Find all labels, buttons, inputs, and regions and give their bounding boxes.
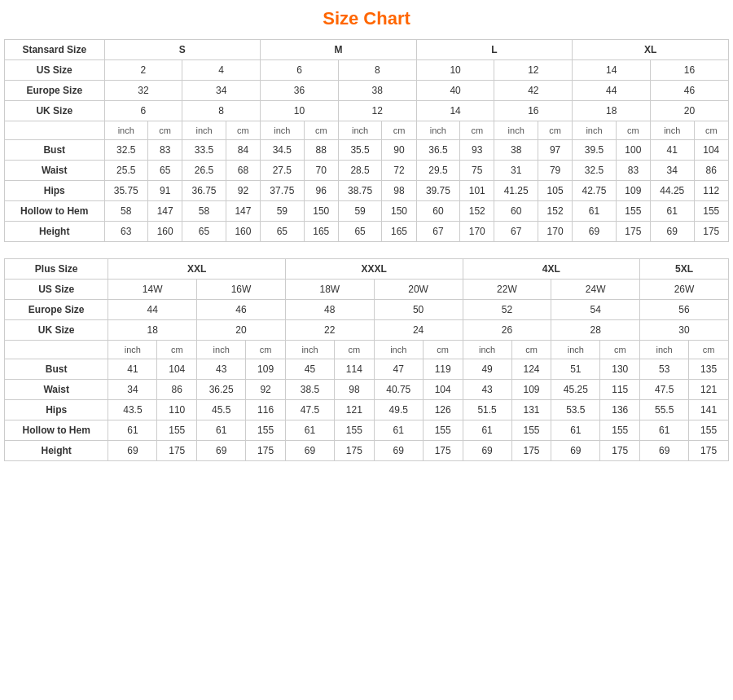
us-16: 16: [651, 60, 729, 81]
us-size-label: US Size: [5, 60, 105, 81]
bust-m1: 34.5: [261, 140, 304, 161]
plus-hollow-row: Hollow to Hem 61155 61155 61155 61155 61…: [5, 420, 729, 441]
size-l-header: L: [416, 40, 573, 60]
eu-44: 44: [573, 81, 651, 101]
hips-label: Hips: [5, 181, 105, 201]
uk-8: 8: [182, 101, 261, 121]
unit-inch-6: inch: [494, 121, 538, 140]
plus-bust-label: Bust: [5, 359, 108, 380]
bust-s2: 33.5: [182, 140, 226, 161]
eu-46: 46: [651, 81, 729, 101]
units-row: inch cm inch cm inch cm inch cm inch cm …: [5, 121, 729, 140]
eu-36: 36: [261, 81, 339, 101]
uk-16: 16: [494, 101, 573, 121]
unit-inch-8: inch: [651, 121, 694, 140]
plus-size-table: Plus Size XXL XXXL 4XL 5XL US Size 14W 1…: [4, 258, 729, 461]
us-14: 14: [573, 60, 651, 81]
uk-20: 20: [651, 101, 729, 121]
us-20w: 20W: [374, 280, 463, 300]
us-14w: 14W: [108, 280, 197, 300]
page: Size Chart Stansard Size S M: [0, 0, 733, 486]
standard-size-table: Stansard Size S M L XL US Size 2 4 6 8 1…: [4, 39, 729, 242]
us-size-row: US Size 2 4 6 8 10 12 14 16: [5, 60, 729, 81]
size-s-header: S: [104, 40, 261, 60]
plus-europe-label: Europe Size: [5, 300, 108, 320]
us-10: 10: [416, 60, 494, 81]
bust-xl2: 41: [651, 140, 694, 161]
eu-34: 34: [182, 81, 261, 101]
units-empty: [5, 121, 105, 140]
unit-cm-5: cm: [460, 121, 494, 140]
unit-cm-3: cm: [304, 121, 338, 140]
height-label: Height: [5, 222, 105, 242]
europe-size-label: Europe Size: [5, 81, 105, 101]
plus-header-row: Plus Size XXL XXXL 4XL 5XL: [5, 259, 729, 280]
us-22w: 22W: [463, 280, 551, 300]
waist-row: Waist 25.565 26.568 27.570 28.572 29.575…: [5, 161, 729, 181]
standard-size-label: Stansard Size: [5, 40, 105, 60]
uk-6: 6: [104, 101, 182, 121]
us-8: 8: [338, 60, 416, 81]
us-12: 12: [494, 60, 573, 81]
eu-42: 42: [494, 81, 573, 101]
size-xl-header: XL: [573, 40, 729, 60]
size-5xl-header: 5XL: [640, 259, 729, 280]
us-4: 4: [182, 60, 261, 81]
plus-waist-row: Waist 3486 36.2592 38.598 40.75104 43109…: [5, 380, 729, 400]
unit-inch-5: inch: [416, 121, 459, 140]
unit-cm-2: cm: [226, 121, 260, 140]
eu-32: 32: [104, 81, 182, 101]
unit-cm-8: cm: [694, 121, 729, 140]
bust-l2: 38: [494, 140, 538, 161]
hollow-row: Hollow to Hem 58147 58147 59150 59150 60…: [5, 201, 729, 222]
unit-inch-2: inch: [182, 121, 226, 140]
size-xxxl-header: XXXL: [285, 259, 463, 280]
plus-us-size-row: US Size 14W 16W 18W 20W 22W 24W 26W: [5, 280, 729, 300]
unit-inch-1: inch: [104, 121, 147, 140]
height-row: Height 63160 65160 65165 65165 67170 671…: [5, 222, 729, 242]
bust-xl1: 39.5: [573, 140, 616, 161]
eu-40: 40: [416, 81, 494, 101]
hollow-label: Hollow to Hem: [5, 201, 105, 222]
us-16w: 16W: [197, 280, 286, 300]
plus-hips-row: Hips 43.5110 45.5116 47.5121 49.5126 51.…: [5, 400, 729, 420]
chart-title: Size Chart: [4, 8, 729, 29]
us-6: 6: [261, 60, 339, 81]
waist-label: Waist: [5, 161, 105, 181]
plus-hips-label: Hips: [5, 400, 108, 420]
plus-waist-label: Waist: [5, 380, 108, 400]
unit-cm-7: cm: [616, 121, 650, 140]
plus-uk-label: UK Size: [5, 320, 108, 341]
plus-units-row: inchcm inchcm inchcm inchcm inchcm inchc…: [5, 341, 729, 359]
unit-cm-1: cm: [147, 121, 182, 140]
header-row: Stansard Size S M L XL: [5, 40, 729, 60]
size-4xl-header: 4XL: [463, 259, 640, 280]
size-m-header: M: [261, 40, 417, 60]
unit-inch-7: inch: [573, 121, 616, 140]
uk-14: 14: [416, 101, 494, 121]
uk-10: 10: [261, 101, 339, 121]
eu-38: 38: [338, 81, 416, 101]
uk-size-label: UK Size: [5, 101, 105, 121]
us-18w: 18W: [285, 280, 374, 300]
plus-hollow-label: Hollow to Hem: [5, 420, 108, 441]
unit-cm-6: cm: [538, 121, 572, 140]
plus-uk-row: UK Size 18 20 22 24 26 28 30: [5, 320, 729, 341]
plus-bust-row: Bust 41104 43109 45114 47119 49124 51130…: [5, 359, 729, 380]
us-2: 2: [104, 60, 182, 81]
plus-size-label: Plus Size: [5, 259, 108, 280]
bust-s1: 32.5: [104, 140, 147, 161]
bust-label: Bust: [5, 140, 105, 161]
us-24w: 24W: [551, 280, 640, 300]
bust-row: Bust 32.583 33.584 34.588 35.590 36.593 …: [5, 140, 729, 161]
plus-europe-row: Europe Size 44 46 48 50 52 54 56: [5, 300, 729, 320]
europe-size-row: Europe Size 32 34 36 38 40 42 44 46: [5, 81, 729, 101]
size-xxl-header: XXL: [108, 259, 286, 280]
plus-us-label: US Size: [5, 280, 108, 300]
plus-height-row: Height 69175 69175 69175 69175 69175 691…: [5, 441, 729, 461]
unit-cm-4: cm: [382, 121, 416, 140]
us-26w: 26W: [640, 280, 729, 300]
hips-row: Hips 35.7591 36.7592 37.7596 38.7598 39.…: [5, 181, 729, 201]
plus-height-label: Height: [5, 441, 108, 461]
bust-l1: 36.5: [416, 140, 459, 161]
